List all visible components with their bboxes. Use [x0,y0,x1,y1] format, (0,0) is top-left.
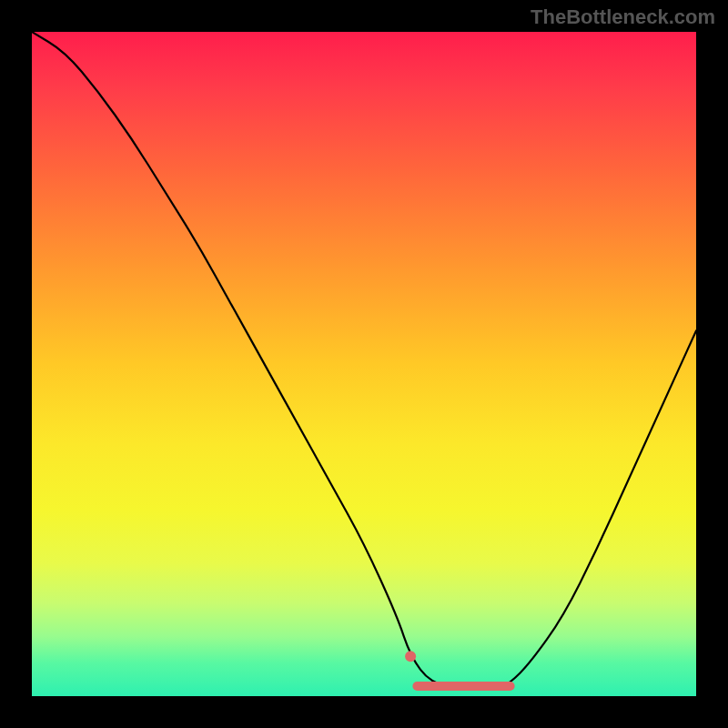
optimal-start-dot [405,651,416,662]
plot-area [32,32,696,696]
watermark-text: TheBottleneck.com [531,5,715,29]
bottleneck-curve-path [32,32,696,690]
chart-svg [32,32,696,696]
